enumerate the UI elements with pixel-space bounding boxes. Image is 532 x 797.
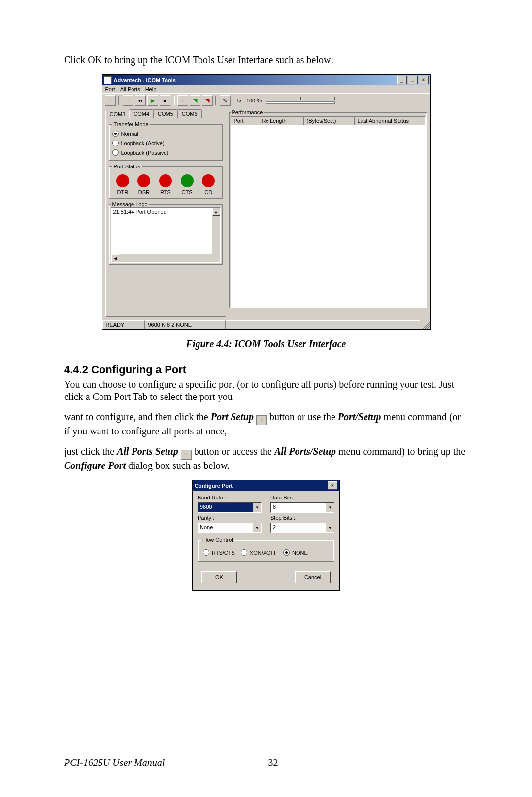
- radio-rtscts-label: RTS/CTS: [212, 550, 235, 556]
- tab-com6[interactable]: COM6: [177, 109, 202, 118]
- dialog-title: Configure Port: [195, 483, 233, 489]
- baud-rate-select[interactable]: 9600 ▼: [198, 502, 262, 513]
- baud-rate-label: Baud Rate :: [198, 495, 262, 500]
- radio-none[interactable]: [283, 549, 290, 556]
- all-ports-setup-inline-icon: ♀: [181, 450, 192, 460]
- status-config: 9600 N 8 2 NONE: [145, 320, 226, 329]
- flow-control-group: Flow Control RTS/CTS XON/XOFF NONE: [198, 537, 334, 562]
- data-bits-select[interactable]: 8 ▼: [270, 502, 334, 513]
- performance-list: Port Rx Length (Bytes/Sec.) Last Abnorma…: [231, 116, 426, 307]
- led-cd-label: CD: [198, 189, 219, 195]
- message-log-line: 21:51:44 Port Opened: [111, 208, 220, 216]
- perf-col-port[interactable]: Port: [231, 117, 259, 125]
- data-bits-label: Data Bits :: [270, 495, 334, 500]
- minimize-button[interactable]: _: [397, 76, 407, 84]
- parity-label: Parity :: [198, 515, 262, 521]
- clear-icon[interactable]: ✎: [220, 95, 231, 106]
- menu-port[interactable]: Port: [105, 86, 115, 92]
- tool-icon-1[interactable]: ♀: [177, 95, 188, 106]
- footer-manual: PCI-1625U User Manual: [64, 757, 165, 768]
- tool-icon-2[interactable]: ◥: [190, 95, 200, 106]
- scrollbar-vertical[interactable]: ▲: [212, 208, 220, 254]
- message-log: 21:51:44 Port Opened ▲ ◀▶: [111, 207, 221, 263]
- led-cts-label: CTS: [176, 189, 198, 195]
- radio-loopback-active[interactable]: [112, 140, 119, 146]
- paragraph-2: want to configure, and then click the Po…: [64, 411, 468, 437]
- tab-com4[interactable]: COM4: [129, 109, 154, 118]
- status-bar: READY 9600 N 8 2 NONE: [102, 320, 430, 329]
- seek-prev-icon[interactable]: ⏮: [135, 95, 146, 106]
- performance-legend: Performance: [231, 109, 265, 115]
- menu-allports[interactable]: All Ports: [120, 86, 140, 92]
- tx-label: Tx : 100 %: [236, 98, 262, 103]
- stop-icon[interactable]: ■: [160, 95, 170, 106]
- titlebar: Advantech - ICOM Tools _ □ ×: [102, 75, 430, 85]
- icom-window: Advantech - ICOM Tools _ □ × Port All Po…: [102, 74, 431, 330]
- tab-com5[interactable]: COM5: [153, 109, 178, 118]
- dropdown-icon[interactable]: ▼: [253, 503, 261, 512]
- intro-text: Click OK to bring up the ICOM Tools User…: [64, 54, 468, 66]
- window-title: Advantech - ICOM Tools: [114, 77, 176, 83]
- paragraph-1: You can choose to configure a specific p…: [64, 378, 468, 403]
- ok-button[interactable]: OK: [201, 571, 237, 583]
- dropdown-icon[interactable]: ▼: [326, 503, 334, 512]
- dialog-titlebar: Configure Port ×: [193, 480, 339, 491]
- scrollbar-horizontal[interactable]: ◀▶: [111, 254, 220, 262]
- menubar: Port All Ports Help: [102, 85, 430, 93]
- led-rts-label: RTS: [155, 189, 176, 195]
- performance-group: Performance Port Rx Length (Bytes/Sec.) …: [229, 109, 427, 308]
- perf-col-rxlen[interactable]: Rx Length: [259, 117, 304, 125]
- resize-grip-icon[interactable]: [420, 320, 430, 329]
- led-dtr-label: DTR: [112, 189, 133, 195]
- led-dsr: [137, 174, 150, 187]
- radio-loopback-active-label: Loopback (Active): [121, 140, 165, 146]
- transfer-mode-group: Transfer Mode Normal Loopback (Active) L…: [109, 121, 223, 161]
- maximize-button[interactable]: □: [408, 76, 418, 84]
- transfer-mode-legend: Transfer Mode: [112, 121, 150, 127]
- led-cts: [181, 174, 194, 187]
- led-dtr: [116, 174, 129, 187]
- stop-bits-select[interactable]: 2 ▼: [270, 523, 334, 533]
- status-ready: READY: [102, 320, 145, 329]
- parity-value: None: [198, 523, 253, 532]
- baud-rate-value: 9600: [198, 503, 253, 512]
- cancel-button[interactable]: Cancel: [295, 571, 331, 583]
- dropdown-icon[interactable]: ▼: [326, 523, 334, 532]
- paragraph-3: just click the All Ports Setup ♀ button …: [64, 445, 468, 472]
- menu-help[interactable]: Help: [145, 86, 157, 92]
- port-status-legend: Port Status: [112, 164, 142, 169]
- led-cd: [202, 174, 215, 187]
- play-icon[interactable]: ▶: [147, 95, 158, 106]
- configure-port-dialog: Configure Port × Baud Rate : 9600 ▼ Data…: [192, 480, 340, 591]
- radio-rtscts[interactable]: [203, 549, 209, 556]
- radio-loopback-passive[interactable]: [112, 149, 119, 156]
- dialog-close-button[interactable]: ×: [328, 481, 337, 490]
- perf-col-status[interactable]: Last Abnormal Status: [355, 117, 425, 125]
- stop-bits-value: 2: [271, 523, 326, 532]
- parity-select[interactable]: None ▼: [198, 523, 262, 533]
- flow-control-legend: Flow Control: [201, 537, 234, 543]
- status-empty: [226, 320, 420, 329]
- tx-slider[interactable]: [266, 97, 335, 104]
- close-button[interactable]: ×: [419, 76, 429, 84]
- port-tabs: COM3 COM4 COM5 COM6: [105, 109, 226, 118]
- tab-com3[interactable]: COM3: [105, 110, 130, 118]
- message-log-legend: Message Logo: [111, 201, 149, 207]
- footer-page-number: 32: [268, 757, 278, 768]
- tool-icon-3[interactable]: ◥: [202, 95, 213, 106]
- port-setup-icon[interactable]: ♀: [105, 95, 116, 106]
- led-dsr-label: DSR: [133, 189, 155, 195]
- all-ports-setup-icon[interactable]: ♀: [123, 95, 133, 106]
- port-status-group: Port Status DTR DSR RTS CTS CD: [109, 164, 223, 199]
- dropdown-icon[interactable]: ▼: [253, 523, 261, 532]
- radio-none-label: NONE: [292, 550, 308, 556]
- perf-col-bps[interactable]: (Bytes/Sec.): [304, 117, 355, 125]
- section-heading: 4.4.2 Configuring a Port: [64, 364, 468, 376]
- port-setup-inline-icon: ♀: [256, 415, 267, 425]
- radio-xonxoff[interactable]: [241, 549, 247, 556]
- led-rts: [159, 174, 172, 187]
- stop-bits-label: Stop Bits :: [270, 515, 334, 521]
- figure-caption: Figure 4.4: ICOM Tools User Interface: [64, 338, 468, 350]
- radio-normal[interactable]: [112, 131, 119, 137]
- radio-loopback-passive-label: Loopback (Passive): [121, 150, 169, 156]
